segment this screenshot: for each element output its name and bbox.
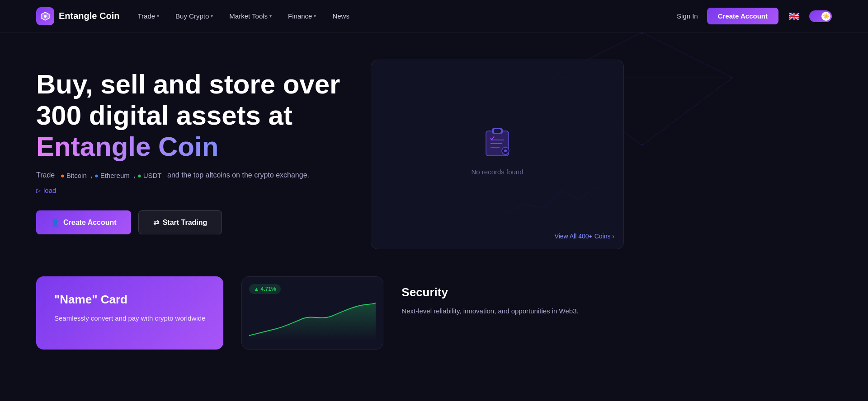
logo[interactable]: Entangle Coin <box>36 7 119 25</box>
language-selector[interactable]: 🇬🇧 <box>788 12 800 21</box>
load-icon: ▷ <box>36 187 41 194</box>
bitcoin-dot: ● Bitcoin <box>61 172 87 179</box>
nav-news[interactable]: News <box>332 12 349 20</box>
bottom-section: "Name" Card Seamlessly convert and pay w… <box>0 276 868 350</box>
load-link[interactable]: ▷ load <box>36 187 353 194</box>
name-card-title: "Name" Card <box>54 293 205 307</box>
brand-name: Entangle Coin <box>59 11 119 21</box>
nav-market-tools[interactable]: Market Tools ▾ <box>229 12 272 20</box>
sign-in-button[interactable]: Sign In <box>677 12 698 20</box>
no-records-text: No records found <box>471 168 523 176</box>
name-card: "Name" Card Seamlessly convert and pay w… <box>36 276 223 350</box>
svg-point-8 <box>641 144 643 145</box>
create-account-hero-button[interactable]: 👤 Create Account <box>36 210 131 234</box>
chevron-down-icon: ▾ <box>157 14 159 19</box>
chevron-down-icon: ▾ <box>269 14 272 19</box>
theme-toggle[interactable]: ☀️ <box>809 10 832 22</box>
nav-finance[interactable]: Finance ▾ <box>288 12 316 20</box>
svg-line-4 <box>642 78 732 145</box>
navbar-right: Sign In Create Account 🇬🇧 ☀️ <box>677 8 832 24</box>
svg-point-15 <box>504 149 507 152</box>
svg-rect-13 <box>494 129 501 133</box>
security-title: Security <box>401 285 832 299</box>
nav-links: Trade ▾ Buy Crypto ▾ Market Tools ▾ Fina… <box>137 12 349 20</box>
security-description: Next-level reliability, innovation, and … <box>401 306 832 317</box>
svg-line-2 <box>642 33 732 78</box>
hero-description: Trade ● Bitcoin , ● Ethereum , ● USDT an… <box>36 171 353 179</box>
chart-area <box>249 299 376 342</box>
ethereum-dot: ● Ethereum <box>94 172 130 179</box>
trade-icon: ⇄ <box>153 218 159 227</box>
usdt-dot: ● USDT <box>137 172 162 179</box>
navbar-left: Entangle Coin Trade ▾ Buy Crypto ▾ Marke… <box>36 7 349 25</box>
hero-buttons: 👤 Create Account ⇄ Start Trading <box>36 210 353 234</box>
hero-title: Buy, sell and store over 300 digital ass… <box>36 69 353 162</box>
person-icon: 👤 <box>51 218 60 227</box>
chart-badge: ▲ 4.71% <box>249 284 280 294</box>
hero-section: Buy, sell and store over 300 digital ass… <box>0 33 868 267</box>
nav-trade[interactable]: Trade ▾ <box>137 12 159 20</box>
logo-icon <box>36 7 54 25</box>
view-all-coins-link[interactable]: View All 400+ Coins › <box>555 233 614 240</box>
chart-card: ▲ 4.71% <box>241 276 383 350</box>
theme-toggle-knob: ☀️ <box>821 12 830 21</box>
svg-point-10 <box>731 76 732 79</box>
chevron-down-icon: ▾ <box>211 14 213 19</box>
create-account-nav-button[interactable]: Create Account <box>707 8 778 24</box>
no-records-icon <box>479 123 515 161</box>
description-trade: Trade <box>36 171 55 179</box>
navbar: Entangle Coin Trade ▾ Buy Crypto ▾ Marke… <box>0 0 868 33</box>
svg-point-7 <box>641 33 643 34</box>
hero-left: Buy, sell and store over 300 digital ass… <box>36 60 353 249</box>
nav-buy-crypto[interactable]: Buy Crypto ▾ <box>175 12 213 20</box>
coin-panel: No records found View All 400+ Coins › <box>371 60 624 249</box>
start-trading-button[interactable]: ⇄ Start Trading <box>138 210 222 234</box>
security-card: Security Next-level reliability, innovat… <box>401 276 832 350</box>
svg-point-1 <box>44 15 47 18</box>
name-card-description: Seamlessly convert and pay with crypto w… <box>54 313 205 324</box>
chevron-down-icon: ▾ <box>314 14 316 19</box>
